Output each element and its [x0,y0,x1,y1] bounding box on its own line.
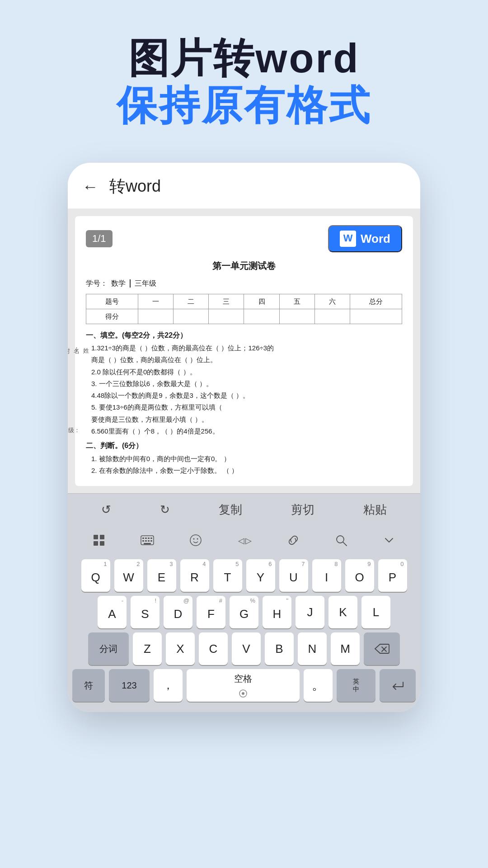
key-fenci[interactable]: 分词 [88,632,129,665]
key-period[interactable]: 。 [304,669,333,702]
paste-button[interactable]: 粘贴 [356,500,394,519]
keyboard-row-3: 分词 Z X C V B N M [72,632,416,665]
svg-rect-5 [142,538,144,539]
hero-line2-accent: 原有格式 [202,83,371,128]
svg-rect-2 [94,541,98,546]
key-r[interactable]: 4R [180,559,209,592]
score-table: 题号 一 二 三 四 五 六 总分 得分 [86,294,402,324]
key-c[interactable]: C [199,632,228,665]
key-m[interactable]: M [331,632,360,665]
doc-content: 第一单元测试卷 学号： 数学 三年级 题号 一 二 三 四 五 [86,259,402,476]
doc-meta-label: 学号： [86,278,108,289]
key-comma[interactable]: ， [154,669,183,702]
svg-rect-1 [100,535,104,539]
key-en-zh[interactable]: 英中 [337,669,375,702]
hero-line1: 图片转word [0,36,488,81]
key-fu[interactable]: 符 [72,669,105,702]
collapse-icon[interactable] [378,530,400,553]
key-v[interactable]: V [232,632,261,665]
key-q[interactable]: 1Q [81,559,110,592]
key-a[interactable]: -A [98,596,127,628]
key-j[interactable]: J [296,596,324,628]
svg-rect-11 [148,540,150,542]
key-l[interactable]: L [361,596,390,628]
cursor-icon[interactable]: ◁▷ [233,532,256,552]
doc-para-1b: 商是（ ）位数，商的最高位在（ ）位上。 [86,354,402,365]
copy-button[interactable]: 复制 [211,500,249,519]
doc-para-2: 2.0 除以任何不是0的数都得（ ）。 [86,367,402,377]
key-y[interactable]: 6Y [246,559,275,592]
app-bar-title: 转word [109,175,161,198]
undo-button[interactable]: ↺ [94,501,118,519]
key-p[interactable]: 0P [378,559,407,592]
doc-para-3: 3. 一个三位数除以6，余数最大是（ ）。 [86,378,402,389]
cut-button[interactable]: 剪切 [284,500,322,519]
key-b[interactable]: B [265,632,294,665]
svg-rect-7 [148,538,150,539]
doc-meta-grade: 三年级 [135,278,156,289]
word-export-button[interactable]: W Word [328,225,402,252]
key-x[interactable]: X [166,632,195,665]
aside-xingming: 姓名：封 [68,343,90,351]
svg-rect-8 [150,538,152,539]
app-bar: ← 转word [68,163,420,209]
doc-para-5b: 要使商是三位数，方框里最小填（ ）。 [86,414,402,425]
redo-button[interactable]: ↻ [153,501,177,519]
svg-point-24 [242,692,244,695]
doc-toolbar: 1/1 W Word [86,225,402,252]
emoji-icon[interactable] [185,530,206,553]
key-d[interactable]: @D [164,596,192,628]
page-indicator: 1/1 [86,230,113,247]
back-button[interactable]: ← [82,177,99,196]
hero-line2: 保持原有格式 [0,81,488,130]
key-enter[interactable] [380,669,416,702]
hero-section: 图片转word 保持原有格式 [0,0,488,130]
key-w[interactable]: 2W [114,559,143,592]
key-s[interactable]: !S [131,596,160,628]
keyboard-toolbar: ↺ ↻ 复制 剪切 粘贴 [68,493,420,526]
doc-para-4: 4.48除以一个数的商是9，余数是3，这个数是（ ）。 [86,390,402,401]
key-t[interactable]: 5T [213,559,242,592]
doc-para-1: 1.321÷3的商是（ ）位数，商的最高位在（ ）位上；126÷3的 [86,343,402,353]
svg-text:▷: ▷ [245,536,252,545]
doc-judge-1: 1. 被除数的中间有0，商的中间也一定有0。 ） [86,453,402,464]
svg-point-14 [190,535,201,546]
key-space[interactable]: 空格 [187,669,300,702]
key-z[interactable]: Z [133,632,162,665]
key-u[interactable]: 7U [279,559,308,592]
keyboard-row-4: 符 123 ， 空格 。 英中 [72,669,416,702]
svg-text:◁: ◁ [238,536,244,545]
keyboard-top-row: ◁▷ [68,526,420,557]
key-123[interactable]: 123 [109,669,150,702]
svg-rect-10 [145,540,147,542]
aside-ban: 班级： [68,426,80,435]
key-g[interactable]: %G [230,596,258,628]
key-f[interactable]: #F [197,596,225,628]
svg-rect-6 [145,538,147,539]
doc-section1: 一、填空。(每空2分，共22分） [86,330,402,341]
document-area: 1/1 W Word 第一单元测试卷 学号： 数学 三年级 题 [68,209,420,493]
svg-rect-9 [142,540,144,542]
key-h[interactable]: "H [263,596,291,628]
svg-point-16 [197,538,198,540]
svg-rect-12 [150,540,152,542]
key-backspace[interactable] [364,632,400,665]
hero-line2-prefix: 保持 [117,83,202,128]
svg-point-15 [193,538,195,540]
keyboard-icon[interactable] [136,532,159,552]
doc-para-5a: 5. 要使13÷6的商是两位数，方框里可以填（ [86,402,402,412]
key-o[interactable]: 9O [345,559,374,592]
grid-icon[interactable] [88,530,110,553]
word-icon: W [340,231,356,247]
keyboard-row-2: -A !S @D #F %G "H J K L [72,596,416,628]
link-icon[interactable] [282,530,304,553]
svg-rect-3 [100,541,104,546]
keyboard: 1Q 2W 3E 4R 5T 6Y 7U 8I 9O 0P -A !S @D #… [68,557,420,712]
search-icon[interactable] [330,530,352,553]
key-k[interactable]: K [328,596,357,628]
svg-rect-0 [94,535,98,539]
key-n[interactable]: N [298,632,327,665]
key-i[interactable]: 8I [312,559,341,592]
phone-mockup: ← 转word 1/1 W Word 第一单元测试卷 学号： 数学 三年级 [68,163,420,712]
key-e[interactable]: 3E [147,559,176,592]
